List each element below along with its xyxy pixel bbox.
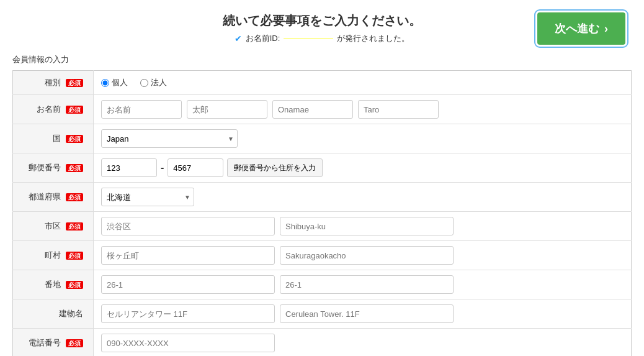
prefecture-select[interactable]: 北海道 青森県 岩手県 — [101, 188, 194, 206]
zip-label-cell: 郵便番号 必須 — [13, 153, 94, 183]
zip-required-badge: 必須 — [66, 164, 83, 172]
id-prefix: お名前ID: — [246, 33, 280, 44]
country-label: 国 — [53, 134, 61, 143]
town-inputs — [101, 246, 624, 265]
name-sei-input[interactable] — [101, 100, 182, 119]
banchi-label: 番地 — [45, 280, 61, 289]
banchi-content-cell — [94, 270, 632, 299]
zip-inputs: - 郵便番号から住所を入力 — [101, 158, 624, 177]
banchi-ja-input[interactable] — [101, 275, 275, 294]
name-label: お名前 — [37, 104, 61, 114]
member-form-table: 種別 必須 個人 法人 お名前 必須 — [12, 70, 632, 356]
phone-required-badge: 必須 — [66, 339, 83, 347]
phone-label-cell: 電話番号 必須 — [13, 329, 94, 357]
country-required-badge: 必須 — [66, 135, 83, 143]
building-en-input[interactable] — [280, 304, 454, 323]
type-radio-group: 個人 法人 — [101, 77, 624, 88]
phone-label: 電話番号 — [29, 338, 61, 347]
banchi-en-input[interactable] — [280, 275, 454, 294]
zip-content-cell: - 郵便番号から住所を入力 — [94, 153, 632, 183]
radio-individual-input[interactable] — [101, 79, 109, 87]
name-inputs — [101, 100, 624, 119]
banchi-label-cell: 番地 必須 — [13, 270, 94, 299]
prefecture-label-cell: 都道府県 必須 — [13, 183, 94, 212]
banchi-required-badge: 必須 — [66, 281, 83, 289]
name-mei-en-input[interactable] — [358, 100, 439, 119]
city-content-cell — [94, 212, 632, 241]
type-row: 種別 必須 個人 法人 — [13, 71, 632, 95]
building-ja-input[interactable] — [101, 304, 275, 323]
building-content-cell — [94, 299, 632, 329]
name-sei-en-input[interactable] — [272, 100, 353, 119]
radio-corporate-input[interactable] — [140, 79, 148, 87]
zip-label: 郵便番号 — [29, 163, 61, 172]
name-required-badge: 必須 — [66, 106, 83, 114]
next-arrow-icon: › — [604, 22, 608, 35]
type-label-cell: 種別 必須 — [13, 71, 94, 95]
country-select-wrapper: Japan United States United Kingdom ▼ — [101, 129, 238, 148]
country-content-cell: Japan United States United Kingdom ▼ — [94, 124, 632, 153]
id-suffix: が発行されました。 — [337, 33, 409, 44]
phone-input[interactable] — [101, 334, 275, 352]
zip-separator: - — [161, 162, 164, 173]
next-button-area: 次へ進む › — [537, 12, 625, 45]
town-content-cell — [94, 241, 632, 270]
name-mei-input[interactable] — [187, 100, 267, 119]
country-select[interactable]: Japan United States United Kingdom — [101, 129, 238, 148]
radio-corporate-label: 法人 — [151, 77, 167, 88]
city-required-badge: 必須 — [66, 222, 83, 230]
next-button-label: 次へ進む — [555, 21, 599, 36]
town-label: 町村 — [45, 250, 61, 260]
radio-individual-label: 個人 — [112, 77, 128, 88]
phone-content-cell — [94, 329, 632, 357]
city-label-cell: 市区 必須 — [13, 212, 94, 241]
radio-individual[interactable]: 個人 — [101, 77, 128, 88]
town-en-input[interactable] — [280, 246, 454, 265]
prefecture-required-badge: 必須 — [66, 193, 83, 201]
city-inputs — [101, 217, 624, 235]
city-ja-input[interactable] — [101, 217, 275, 235]
town-label-cell: 町村 必須 — [13, 241, 94, 270]
type-label: 種別 — [45, 78, 61, 87]
country-row: 国 必須 Japan United States United Kingdom … — [13, 124, 632, 153]
building-label-cell: 建物名 — [13, 299, 94, 329]
zip1-input[interactable] — [101, 158, 157, 177]
name-row: お名前 必須 — [13, 95, 632, 124]
name-content-cell — [94, 95, 632, 124]
radio-corporate[interactable]: 法人 — [140, 77, 167, 88]
page-header: 続いて必要事項をご入力ください。 ✔ お名前ID: が発行されました。 次へ進む… — [12, 12, 632, 44]
zip-button-label: 郵便番号から住所を入力 — [234, 163, 316, 172]
banchi-inputs — [101, 275, 624, 294]
town-row: 町村 必須 — [13, 241, 632, 270]
building-inputs — [101, 304, 624, 323]
country-label-cell: 国 必須 — [13, 124, 94, 153]
zip-row: 郵便番号 必須 - 郵便番号から住所を入力 — [13, 153, 632, 183]
type-required-badge: 必須 — [66, 79, 83, 87]
city-row: 市区 必須 — [13, 212, 632, 241]
prefecture-content-cell: 北海道 青森県 岩手県 ▼ — [94, 183, 632, 212]
building-label: 建物名 — [59, 309, 83, 318]
town-ja-input[interactable] — [101, 246, 275, 265]
phone-row: 電話番号 必須 — [13, 329, 632, 357]
section-title: 会員情報の入力 — [12, 54, 632, 65]
building-row: 建物名 — [13, 299, 632, 329]
prefecture-select-wrapper: 北海道 青森県 岩手県 ▼ — [101, 188, 194, 206]
id-value — [284, 38, 333, 39]
next-button[interactable]: 次へ進む › — [537, 12, 625, 45]
zip2-input[interactable] — [168, 158, 223, 177]
zip-search-button[interactable]: 郵便番号から住所を入力 — [227, 158, 323, 177]
prefecture-row: 都道府県 必須 北海道 青森県 岩手県 ▼ — [13, 183, 632, 212]
name-label-cell: お名前 必須 — [13, 95, 94, 124]
city-en-input[interactable] — [280, 217, 454, 235]
town-required-badge: 必須 — [66, 252, 83, 260]
city-label: 市区 — [45, 221, 61, 230]
banchi-row: 番地 必須 — [13, 270, 632, 299]
type-content-cell: 個人 法人 — [94, 71, 632, 95]
prefecture-label: 都道府県 — [29, 192, 61, 201]
checkmark-icon: ✔ — [235, 34, 242, 43]
